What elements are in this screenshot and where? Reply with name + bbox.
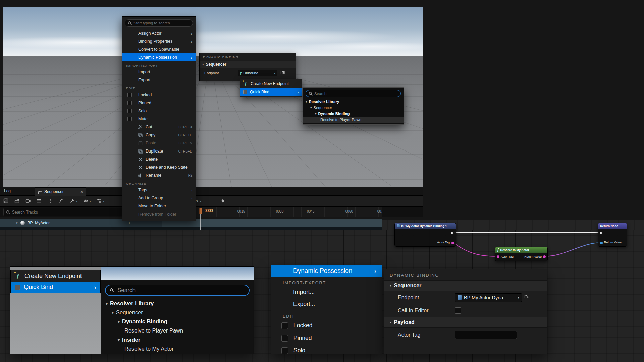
menu-item-solo[interactable]: Solo [122, 107, 196, 115]
expand-arrow-icon[interactable]: ▾ [112, 310, 114, 315]
checkbox[interactable] [281, 335, 288, 342]
tree-item-dynamic-binding[interactable]: ▾Dynamic Binding [101, 317, 254, 326]
expand-arrow-icon[interactable]: ▾ [306, 100, 307, 103]
return-value-out-pin[interactable] [543, 255, 546, 258]
kebab-menu-icon[interactable] [48, 198, 53, 204]
expand-arrow-icon[interactable]: ▾ [118, 319, 120, 324]
node-header: Return Node [598, 223, 627, 229]
expand-arrow-icon[interactable]: ▾ [310, 106, 312, 109]
menu-item-dynamic-possession[interactable]: Dynamic Possession› [122, 53, 196, 61]
resolver-search-input[interactable] [117, 287, 245, 294]
menu-item-convert-to-spawnable[interactable]: Convert to Spawnable [122, 45, 196, 53]
view-options-dropdown[interactable]: ▾ [83, 198, 91, 204]
chevron-down-icon: ▾ [90, 200, 91, 203]
log-pane-label[interactable]: Log [4, 187, 11, 196]
menu-search-input[interactable] [133, 21, 190, 25]
menu-item-cut[interactable]: CutCTRL+X [122, 123, 196, 131]
call-in-editor-checkbox[interactable] [455, 307, 461, 314]
sequencer-section-header[interactable]: ▾ Sequencer [384, 280, 547, 291]
menu-item-export[interactable]: Export... [122, 76, 196, 84]
resolver-search-box[interactable] [105, 285, 250, 296]
menu-item-quick-bind[interactable]: Quick Bind › [11, 282, 100, 293]
menu-item-locked[interactable]: Locked [271, 319, 382, 332]
menu-item-export[interactable]: Export... [271, 298, 382, 310]
tree-item-sequencer[interactable]: ▾Sequencer [303, 105, 404, 111]
payload-section-header[interactable]: ▾ Payload [384, 317, 547, 328]
node-return[interactable]: Return Node Return Value [598, 223, 627, 247]
menu-item-delete-keep-state[interactable]: Delete and Keep State [122, 163, 196, 171]
menu-item-solo[interactable]: Solo [271, 344, 382, 354]
curve-editor-button[interactable] [59, 198, 64, 204]
menu-item-add-to-group[interactable]: Add to Group› [122, 194, 196, 202]
menu-item-assign-actor[interactable]: Assign Actor› [122, 29, 196, 37]
tree-item-resolve-to-player-pawn[interactable]: Resolve to Player Pawn [101, 326, 254, 335]
menu-item-locked[interactable]: Locked [122, 91, 196, 99]
node-binding-event[interactable]: BP My Actor Dynamic Binding 1 Actor Tag [394, 223, 456, 247]
actions-dropdown[interactable]: ▾ [70, 198, 77, 204]
exec-in-pin[interactable] [600, 231, 603, 235]
tab-label: Sequencer [44, 189, 64, 194]
actor-tag-pin[interactable] [451, 242, 454, 244]
create-camera-button[interactable] [25, 198, 31, 204]
browse-asset-button[interactable] [524, 294, 530, 301]
menu-item-pinned[interactable]: Pinned [271, 332, 382, 344]
tree-item-resolver-library[interactable]: ▾Resolver Library [303, 99, 404, 105]
menu-item-delete[interactable]: Delete [122, 155, 196, 163]
actor-tag-input[interactable] [455, 331, 517, 339]
checkbox[interactable] [127, 93, 132, 97]
menu-item-duplicate[interactable]: DuplicateCTRL+D [122, 147, 196, 155]
resolver-search-input[interactable] [314, 92, 398, 96]
menu-item-import[interactable]: Import... [122, 68, 196, 76]
menu-item-create-new-endpoint[interactable]: +ƒ Create New Endpoint [240, 80, 302, 88]
section-title: Sequencer [394, 283, 422, 289]
menu-item-import[interactable]: Import... [271, 286, 382, 298]
tree-item-dynamic-binding[interactable]: ▾Dynamic Binding [303, 111, 404, 117]
track-list-button[interactable] [37, 198, 42, 204]
tree-item-resolver-library[interactable]: ▾Resolver Library [101, 299, 254, 308]
menu-item-copy[interactable]: CopyCTRL+C [122, 131, 196, 139]
expand-arrow-icon[interactable]: ▾ [315, 112, 317, 115]
actor-tag-in-pin[interactable] [497, 255, 499, 258]
sequencer-section-header[interactable]: ▾ Sequencer [200, 61, 296, 68]
save-button[interactable] [3, 198, 9, 204]
duplicate-icon [138, 149, 143, 154]
keyframe-options-button[interactable] [220, 198, 226, 204]
menu-item-quick-bind[interactable]: Quick Bind › [240, 88, 302, 96]
menu-item-rename[interactable]: RenameF2 [122, 171, 196, 179]
endpoint-dropdown[interactable]: ƒ Unbound ▾ [238, 70, 277, 76]
tab-sequencer[interactable]: Sequencer ✕ [35, 187, 86, 196]
unreal-editor-window: Log Sequencer ✕ ▾ ▾ ▾ 30 fps▾ 0015 0030 [0, 0, 644, 362]
checkbox[interactable] [281, 322, 288, 329]
menu-item-paste: PasteCTRL+V [122, 139, 196, 147]
node-resolve-function[interactable]: ƒ Resolve to My Actor Actor Tag Return V… [495, 247, 548, 261]
menu-item-binding-properties[interactable]: Binding Properties› [122, 37, 196, 45]
expand-arrow-icon[interactable]: ▾ [106, 301, 108, 306]
menu-item-move-to-folder[interactable]: Move to Folder [122, 202, 196, 210]
expand-arrow-icon[interactable]: ▾ [16, 221, 18, 225]
menu-item-dynamic-possession[interactable]: Dynamic Possession › [271, 265, 382, 277]
tree-item-resolve-to-my-actor[interactable]: Resolve to My Actor [101, 344, 254, 353]
tree-item-resolve-to-player-pawn[interactable]: Resolve to Player Pawn [303, 117, 404, 123]
browse-asset-button[interactable] [280, 70, 285, 76]
endpoint-dropdown[interactable]: BP My Actor Dyna ▾ [455, 293, 522, 302]
menu-item-tags[interactable]: Tags› [122, 186, 196, 194]
close-icon[interactable]: ✕ [80, 190, 83, 194]
tree-item-insider[interactable]: ▾Insider [101, 335, 254, 344]
playhead-marker[interactable] [199, 208, 202, 214]
checkbox[interactable] [127, 109, 132, 113]
resolver-search-box[interactable] [306, 90, 401, 97]
exec-out-pin[interactable] [451, 231, 454, 235]
checkbox[interactable] [281, 347, 288, 354]
checkbox[interactable] [127, 117, 132, 121]
menu-item-pinned[interactable]: Pinned [122, 99, 196, 107]
tree-item-sequencer[interactable]: ▾Sequencer [101, 308, 254, 317]
expand-arrow-icon[interactable]: ▾ [118, 338, 120, 342]
menu-item-mute[interactable]: Mute [122, 115, 196, 123]
menu-item-create-new-endpoint[interactable]: +ƒ Create New Endpoint [11, 270, 100, 282]
inset-sky [101, 267, 254, 280]
return-value-in-pin[interactable] [600, 242, 603, 244]
playback-options-dropdown[interactable]: ▾ [97, 198, 104, 204]
render-movie-button[interactable] [14, 198, 20, 204]
checkbox[interactable] [127, 101, 132, 105]
menu-search-box[interactable] [125, 19, 193, 27]
